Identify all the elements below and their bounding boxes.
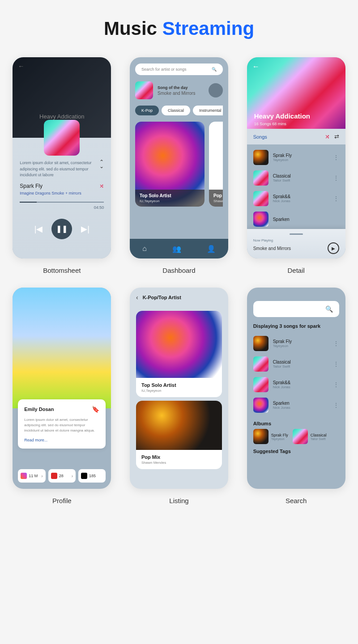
song-item[interactable]: ClassicalTailor Swift ⋮ (253, 354, 339, 374)
playlist-meta: 16 Songs 68 mins (254, 122, 286, 126)
chip-instrumental[interactable]: Instrumental (193, 106, 223, 115)
song-item[interactable]: Sparken (253, 209, 339, 229)
instagram-icon (21, 473, 27, 479)
shuffle-icon[interactable]: ⤨ (99, 183, 104, 189)
search-input[interactable]: 🔍 (253, 301, 339, 317)
progress-bar[interactable] (20, 202, 104, 203)
more-icon[interactable]: ⋮ (333, 195, 339, 202)
album-cover[interactable] (44, 120, 80, 156)
tags-label: Suggested Tags (253, 449, 339, 454)
caption-bottomsheet: Bottomsheet (43, 267, 81, 274)
drag-handle[interactable] (290, 233, 303, 235)
caption-detail: Detail (287, 267, 304, 274)
listing-card[interactable]: Top Solo Artist IU,Tayeyeon (136, 311, 222, 397)
play-icon[interactable]: ▶ (328, 242, 339, 254)
read-more-link[interactable]: Read more... (24, 438, 99, 442)
listing-screen: ‹ K-Pop/Top Artist Top Solo Artist IU,Ta… (130, 288, 228, 489)
more-icon[interactable]: ⋮ (333, 360, 339, 368)
song-title: Spark Fly (20, 183, 43, 189)
song-item[interactable]: Sprak FlyTayeyeon ⋮ (253, 333, 339, 354)
profile-screen: Emily Dosan 🔖 Lorem ipsum dolor sit amet… (13, 288, 111, 489)
people-icon[interactable]: 👥 (172, 245, 181, 253)
instagram-button[interactable]: 11 M › (18, 469, 45, 483)
card-image (136, 401, 222, 450)
song-item[interactable]: Sprak&&Nick Jonas ⋮ (253, 374, 339, 395)
playlist-card[interactable]: Top Solo Artist IU,Tayeyeon (135, 122, 205, 207)
song-cover (253, 150, 268, 165)
song-description: Lorem ipsum dolor sit amet, consectetur … (20, 160, 104, 178)
card-image (136, 311, 222, 378)
search-icon: 🔍 (212, 67, 217, 72)
search-icon: 🔍 (325, 305, 333, 313)
listing-card[interactable]: Pop Mix Shawn Mendes (136, 401, 222, 469)
profile-hero-image (13, 288, 111, 408)
youtube-icon (51, 473, 57, 479)
now-playing-bar[interactable]: Now Playing Smoke and Mirrors ▶ (247, 229, 345, 258)
breadcrumb: K-Pop/Top Artist (143, 295, 181, 300)
search-screen: 🔍 Displaying 3 songs for spark Sprak Fly… (247, 288, 345, 489)
profile-avatar-icon[interactable]: 👤 (207, 245, 216, 253)
song-item[interactable]: Sprak FlyTayeyeon ⋮ (253, 147, 339, 168)
home-icon[interactable]: ⌂ (142, 245, 147, 253)
twitter-icon (81, 473, 87, 479)
song-item[interactable]: SparkenNick Jonas ⋮ (253, 395, 339, 415)
album-title: Heavy Addication (13, 113, 111, 120)
bottomsheet-screen: ← Heavy Addication Lorem ipsum dolor sit… (13, 57, 111, 258)
song-item[interactable]: ClassicalTailor Swift ⋮ (253, 168, 339, 188)
profile-name: Emily Dosan (24, 407, 54, 412)
song-cover (253, 170, 268, 186)
back-icon[interactable]: ← (252, 63, 260, 71)
caption-profile: Profile (52, 497, 72, 504)
youtube-button[interactable]: 28 › (48, 469, 76, 483)
chevron-right-icon: › (72, 474, 73, 479)
chip-kpop[interactable]: K-Pop (135, 106, 159, 115)
caption-dashboard: Dashboard (162, 267, 195, 274)
expand-collapse-icon[interactable]: ⌃⌄ (99, 160, 104, 169)
artist-name: Imagine Dragons Smoke + mirrors (20, 191, 104, 195)
bookmark-icon[interactable]: 🔖 (92, 406, 99, 413)
next-icon[interactable]: ▶| (81, 224, 90, 234)
more-icon[interactable]: ⋮ (333, 174, 339, 182)
repeat-icon[interactable]: ⇄ (334, 133, 339, 140)
playlist-title: Heavy Addication (254, 112, 310, 120)
page-title: Music Streaming (9, 18, 349, 39)
sod-avatar[interactable] (209, 83, 223, 97)
pause-button[interactable]: ❚❚ (51, 219, 72, 239)
songs-label: Songs (253, 134, 267, 140)
duration-label: 04:50 (20, 205, 104, 210)
search-input[interactable]: Search for artist or songs 🔍 (135, 64, 223, 75)
shuffle-icon[interactable]: ⤨ (325, 133, 330, 140)
album-item[interactable]: Sprak FlyTayeyeon (253, 429, 288, 444)
more-icon[interactable]: ⋮ (333, 381, 339, 388)
back-icon[interactable]: ← (18, 63, 24, 70)
chip-classical[interactable]: Classical (162, 106, 190, 115)
profile-card: Emily Dosan 🔖 Lorem ipsum dolor sit amet… (18, 399, 106, 449)
song-item[interactable]: Sprak&&Nick Jonas ⋮ (253, 188, 339, 209)
sod-cover (135, 81, 153, 99)
more-icon[interactable]: ⋮ (333, 154, 339, 161)
more-icon[interactable]: ⋮ (333, 340, 339, 347)
albums-label: Albums (253, 421, 339, 426)
chevron-right-icon: › (41, 474, 43, 479)
caption-listing: Listing (169, 497, 188, 504)
song-cover (253, 191, 268, 206)
dashboard-screen: Search for artist or songs 🔍 Song of the… (130, 57, 228, 258)
more-icon[interactable]: ⋮ (333, 402, 339, 409)
previous-icon[interactable]: |◀ (34, 224, 43, 234)
album-item[interactable]: ClassicalTailor Swift (293, 429, 327, 444)
song-of-day[interactable]: Song of the day Smoke and Mirrors (135, 81, 223, 99)
song-cover (253, 212, 268, 227)
detail-screen: ← Heavy Addication 16 Songs 68 mins Song… (247, 57, 345, 258)
twitter-button[interactable]: 185 (78, 469, 106, 483)
playlist-card[interactable]: Pop Mix Shawn Me (209, 122, 223, 207)
caption-search: Search (286, 497, 307, 504)
results-label: Displaying 3 songs for spark (253, 323, 339, 329)
back-icon[interactable]: ‹ (136, 294, 138, 301)
profile-description: Lorem ipsum dolor sit amet, consectetur … (24, 417, 99, 433)
